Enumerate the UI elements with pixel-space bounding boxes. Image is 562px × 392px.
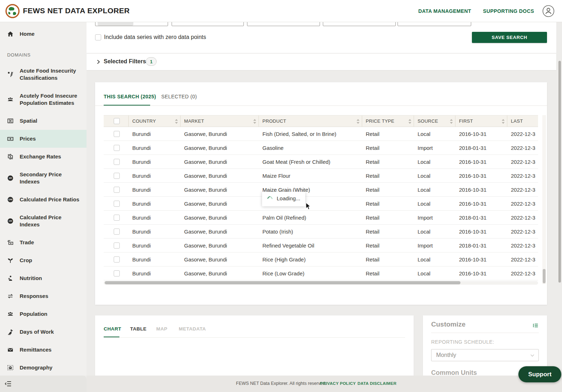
sidebar-item-label: Population [20, 310, 48, 318]
sidebar-item-exchange-rates[interactable]: Exchange Rates [0, 148, 87, 166]
sort-icon[interactable] [356, 119, 360, 124]
sidebar-item-calculated-price-indexes[interactable]: CPICalculated Price Indexes [0, 209, 87, 234]
sidebar-item-acute-food-insecurity-classifications[interactable]: Acute Food Insecurity Classifications [0, 62, 87, 87]
column-header-product[interactable]: PRODUCT [259, 116, 362, 127]
column-label: FIRST [459, 118, 473, 124]
cell-first: 2016-10-31 [455, 225, 507, 238]
table-row[interactable]: Burundi Gasorwe, Burundi Maize Flour Ret… [104, 169, 538, 183]
column-header-source[interactable]: SOURCE [414, 116, 455, 127]
banknote-icon [7, 136, 14, 142]
collapse-sidebar-icon[interactable] [4, 380, 12, 388]
row-checkbox[interactable] [114, 229, 120, 235]
cell-market: Gasorwe, Burundi [181, 211, 259, 224]
cell-source: Local [414, 253, 455, 266]
loading-label: Loading... [277, 195, 300, 201]
zero-data-checkbox[interactable] [95, 34, 101, 40]
row-checkbox-cell [104, 127, 129, 141]
tab-selected[interactable]: SELECTED (0) [161, 94, 197, 99]
row-checkbox[interactable] [114, 270, 120, 276]
cell-country: Burundi [129, 239, 181, 252]
reporting-schedule-label: REPORTING SCHEDULE: [431, 339, 494, 345]
row-checkbox[interactable] [114, 131, 120, 137]
table-row[interactable]: Burundi Gasorwe, Burundi Refined Vegetab… [104, 239, 538, 253]
row-checkbox[interactable] [114, 159, 120, 165]
sort-icon[interactable] [449, 119, 453, 124]
table-row[interactable]: Burundi Gasorwe, Burundi Potato (Irish) … [104, 225, 538, 239]
table-row[interactable]: Burundi Gasorwe, Burundi Fish (Dried, Sa… [104, 127, 538, 141]
spi-badge-icon: SPI [7, 175, 14, 181]
page-scrollbar[interactable] [557, 22, 562, 376]
row-checkbox[interactable] [114, 242, 120, 249]
table-row[interactable]: Burundi Gasorwe, Burundi Rice (Low Grade… [104, 266, 538, 280]
sidebar-item-spatial[interactable]: Spatial [0, 112, 87, 130]
selected-filters-bar[interactable]: Selected Filters 1 [87, 54, 556, 70]
sort-icon[interactable] [408, 119, 412, 124]
sort-icon[interactable] [174, 119, 178, 124]
reporting-schedule-select[interactable]: Monthly [431, 349, 539, 361]
sidebar-item-trade[interactable]: Trade [0, 234, 87, 251]
data-disclaimer-link[interactable]: DATA DISCLAIMER [358, 381, 396, 386]
sidebar-item-calculated-price-ratios[interactable]: CPRCalculated Price Ratios [0, 191, 87, 209]
map-icon [7, 118, 14, 124]
tab-chart[interactable]: CHART [104, 326, 121, 332]
horizontal-scrollbar-thumb[interactable] [105, 281, 460, 284]
column-header-first[interactable]: FIRST [455, 116, 507, 127]
table-row[interactable]: Burundi Gasorwe, Burundi Gasoline Retail… [104, 141, 538, 155]
sidebar-item-population[interactable]: Population [0, 305, 87, 323]
sidebar-item-demography[interactable]: Demography [0, 359, 87, 377]
sidebar-item-remittances[interactable]: Remittances [0, 341, 87, 359]
column-header-country[interactable]: COUNTRY [129, 116, 181, 127]
tab-this-search[interactable]: THIS SEARCH (2025) [104, 94, 156, 99]
privacy-policy-link[interactable]: PRIVACY POLICY [320, 381, 356, 386]
zero-data-checkbox-label: Include data series with zero data point… [104, 34, 206, 40]
cell-first: 2018-01-31 [455, 141, 507, 155]
table-row[interactable]: Burundi Gasorwe, Burundi Palm Oil (Refin… [104, 211, 538, 225]
horizontal-scrollbar[interactable] [104, 281, 538, 285]
sidebar-item-responses[interactable]: Responses [0, 287, 87, 305]
cell-first: 2016-10-31 [455, 183, 507, 196]
page-scrollbar-thumb[interactable] [558, 61, 561, 283]
results-table: COUNTRY MARKET PRODUCT PRICE TYPE SOURCE… [104, 115, 538, 280]
table-row[interactable]: Burundi Gasorwe, Burundi Rice (High Grad… [104, 253, 538, 266]
row-checkbox[interactable] [114, 173, 120, 179]
sidebar-item-secondary-price-indexes[interactable]: SPISecondary Price Indexes [0, 166, 87, 191]
cell-price-type: Retail [362, 197, 414, 210]
support-button[interactable]: Support [518, 366, 561, 382]
column-header-market[interactable]: MARKET [181, 116, 259, 127]
sidebar-item-home[interactable]: Home [0, 25, 87, 43]
cell-price-type: Retail [362, 266, 414, 280]
filter-list-icon[interactable] [532, 322, 539, 329]
sidebar-item-prices[interactable]: Prices [0, 130, 87, 148]
user-avatar-icon[interactable] [542, 5, 554, 17]
select-all-checkbox[interactable] [114, 118, 120, 124]
sort-icon[interactable] [501, 119, 505, 124]
nav-data-management[interactable]: DATA MANAGEMENT [418, 8, 471, 14]
sidebar-item-nutrition[interactable]: Nutrition [0, 269, 87, 287]
sort-icon[interactable] [253, 119, 257, 124]
row-checkbox[interactable] [114, 187, 120, 193]
table-row[interactable]: Burundi Gasorwe, Burundi Retail Local 20… [104, 197, 538, 211]
row-checkbox[interactable] [114, 201, 120, 207]
sidebar-item-days-of-work[interactable]: Days of Work [0, 323, 87, 341]
column-header-last[interactable]: LAST [507, 116, 538, 127]
nav-supporting-docs[interactable]: SUPPORTING DOCS [483, 8, 534, 14]
save-search-button[interactable]: SAVE SEARCH [472, 32, 547, 43]
sidebar-item-acutely-food-insecure-population-estimates[interactable]: Acutely Food Insecure Population Estimat… [0, 87, 87, 112]
results-table-header: COUNTRY MARKET PRODUCT PRICE TYPE SOURCE… [104, 115, 538, 127]
sidebar-item-crop[interactable]: Crop [0, 251, 87, 269]
sidebar-footer [0, 376, 87, 392]
cell-price-type: Retail [362, 225, 414, 238]
column-header-price-type[interactable]: PRICE TYPE [362, 116, 414, 127]
table-row[interactable]: Burundi Gasorwe, Burundi Maize Grain (Wh… [104, 183, 538, 197]
row-checkbox[interactable] [114, 145, 120, 151]
tab-table[interactable]: TABLE [130, 326, 147, 332]
wheat-icon [7, 71, 14, 78]
row-checkbox[interactable] [114, 215, 120, 221]
vertical-scrollbar-thumb[interactable] [543, 269, 546, 283]
cell-last: 2022-12-3 [507, 239, 538, 252]
row-checkbox[interactable] [114, 256, 120, 263]
chevron-right-icon[interactable] [95, 59, 101, 65]
table-row[interactable]: Burundi Gasorwe, Burundi Goat Meat (Fres… [104, 155, 538, 169]
vertical-scrollbar[interactable] [542, 115, 546, 284]
svg-text:SPI: SPI [9, 177, 12, 179]
